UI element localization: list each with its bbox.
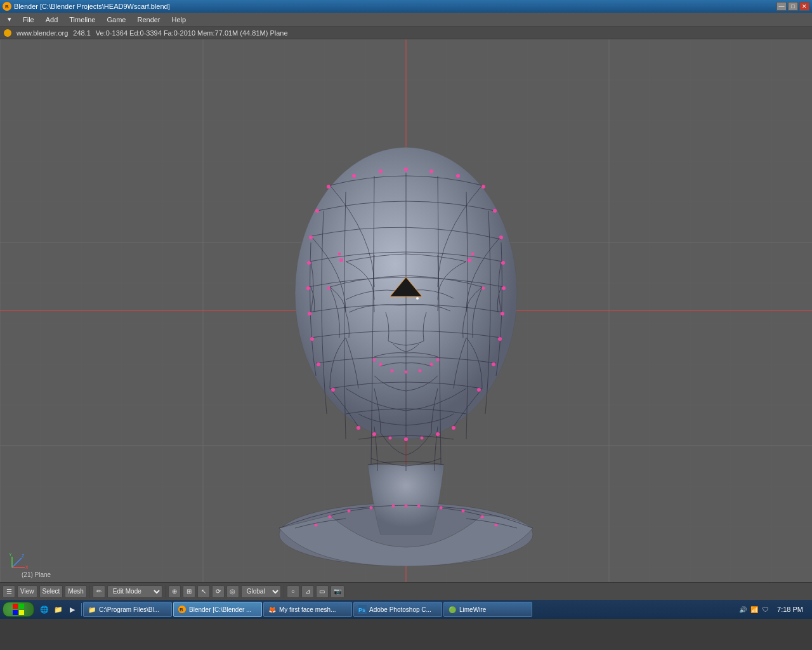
firefox-taskbar-icon: 🦊: [268, 605, 277, 614]
close-button[interactable]: ✕: [799, 2, 809, 11]
view-btn[interactable]: View: [17, 585, 37, 598]
magnet-btn[interactable]: ⊿: [301, 585, 314, 598]
svg-text:B: B: [180, 607, 183, 613]
taskbar-item-limewire[interactable]: 🟢 LimeWire: [443, 602, 532, 617]
menu-game[interactable]: Game: [102, 15, 131, 25]
limewire-label: LimeWire: [459, 606, 486, 613]
plane-label: (21) Plane: [22, 571, 51, 578]
svg-rect-70: [19, 610, 24, 615]
system-tray: 🔊 📶 🛡: [738, 604, 771, 614]
tool-btn[interactable]: ↖: [197, 585, 210, 598]
bottom-toolbar: ☰ View Select Mesh ✏ Edit Mode Object Mo…: [0, 582, 812, 600]
taskbar-item-firefox[interactable]: 🦊 My first face mesh...: [263, 602, 352, 617]
svg-rect-67: [13, 604, 18, 609]
edit-mode-icon[interactable]: ✏: [93, 585, 105, 598]
start-button[interactable]: [3, 602, 34, 617]
ie-icon[interactable]: 🌐: [38, 603, 51, 616]
menu-help[interactable]: Help: [167, 15, 192, 25]
taskbar-item-blender[interactable]: B Blender [C:\Blender ...: [173, 602, 262, 617]
global-select[interactable]: Global Local Normal: [241, 585, 281, 598]
main-viewport[interactable]: Z X Y (21) Plane: [0, 39, 812, 582]
svg-text:Y: Y: [9, 552, 12, 557]
menu-add[interactable]: Add: [41, 15, 63, 25]
title-bar-left: B Blender [C:\Blender Projects\HEAD9Wsca…: [3, 2, 170, 11]
axis-indicator: Z X Y: [9, 552, 28, 572]
explorer-label: C:\Program Files\Bl...: [99, 606, 159, 613]
limewire-taskbar-icon: 🟢: [448, 605, 457, 614]
taskbar-item-explorer[interactable]: 📁 C:\Program Files\Bl...: [83, 602, 172, 617]
title-bar-controls[interactable]: — □ ✕: [776, 2, 809, 11]
prop-btn[interactable]: ○: [287, 585, 299, 598]
menu-file[interactable]: File: [18, 15, 39, 25]
menu-dropdown-arrow[interactable]: ▾: [3, 14, 16, 25]
minimize-button[interactable]: —: [776, 2, 787, 11]
photoshop-label: Adobe Photoshop C...: [369, 606, 431, 613]
camera-btn[interactable]: 📷: [331, 585, 344, 598]
photoshop-taskbar-icon: Ps: [358, 605, 367, 614]
sep2: [165, 585, 166, 598]
blender-taskbar-icon: B: [178, 605, 187, 614]
sep3: [284, 585, 284, 598]
taskbar-item-photoshop[interactable]: Ps Adobe Photoshop C...: [353, 602, 442, 617]
url-badge: [4, 29, 11, 37]
svg-text:Z: Z: [22, 554, 25, 558]
ndof-btn[interactable]: ⊞: [183, 585, 195, 598]
security-icon: 🛡: [761, 604, 771, 614]
mode-select[interactable]: Edit Mode Object Mode Sculpt Mode: [107, 585, 162, 598]
volume-icon: 📶: [749, 604, 759, 614]
svg-rect-69: [13, 610, 18, 615]
svg-text:X: X: [25, 565, 28, 569]
view-mode-btn[interactable]: ☰: [3, 585, 15, 598]
sep1: [89, 585, 90, 598]
select-btn[interactable]: Select: [39, 585, 63, 598]
grid-btn[interactable]: ▭: [316, 585, 329, 598]
url-text: www.blender.org: [16, 29, 68, 37]
mesh-btn[interactable]: Mesh: [65, 585, 86, 598]
firefox-label: My first face mesh...: [279, 606, 336, 613]
grid-canvas: [0, 39, 812, 582]
svg-text:Ps: Ps: [358, 607, 365, 613]
version-text: 248.1: [73, 29, 91, 37]
title-text: Blender [C:\Blender Projects\HEAD9Wscarf…: [14, 3, 170, 10]
maximize-button[interactable]: □: [788, 2, 798, 11]
blender-label: Blender [C:\Blender ...: [189, 606, 251, 613]
media-icon[interactable]: ▶: [66, 603, 79, 616]
quick-launch: 🌐 📁 ▶: [36, 603, 82, 616]
explorer-taskbar-icon: 📁: [88, 605, 96, 614]
menu-render[interactable]: Render: [132, 15, 165, 25]
menu-bar: ▾ File Add Timeline Game Render Help: [0, 13, 812, 27]
snap-btn[interactable]: ◎: [226, 585, 239, 598]
cursor-btn[interactable]: ⊕: [168, 585, 181, 598]
explorer-icon[interactable]: 📁: [52, 603, 65, 616]
title-bar: B Blender [C:\Blender Projects\HEAD9Wsca…: [0, 0, 812, 13]
tool2-btn[interactable]: ⟳: [212, 585, 225, 598]
info-bar: www.blender.org 248.1 Ve:0-1364 Ed:0-339…: [0, 27, 812, 39]
taskbar-right: 🔊 📶 🛡 7:18 PM: [738, 604, 809, 614]
menu-timeline[interactable]: Timeline: [64, 15, 100, 25]
blender-icon: B: [3, 2, 11, 11]
stats-text: Ve:0-1364 Ed:0-3394 Fa:0-2010 Mem:77.01M…: [96, 29, 288, 37]
view-menu-icon: ☰: [6, 588, 12, 595]
network-icon: 🔊: [738, 604, 748, 614]
svg-rect-68: [19, 604, 24, 609]
clock: 7:18 PM: [773, 606, 807, 613]
taskbar: 🌐 📁 ▶ 📁 C:\Program Files\Bl... B Blender…: [0, 600, 812, 619]
svg-line-61: [12, 558, 22, 567]
